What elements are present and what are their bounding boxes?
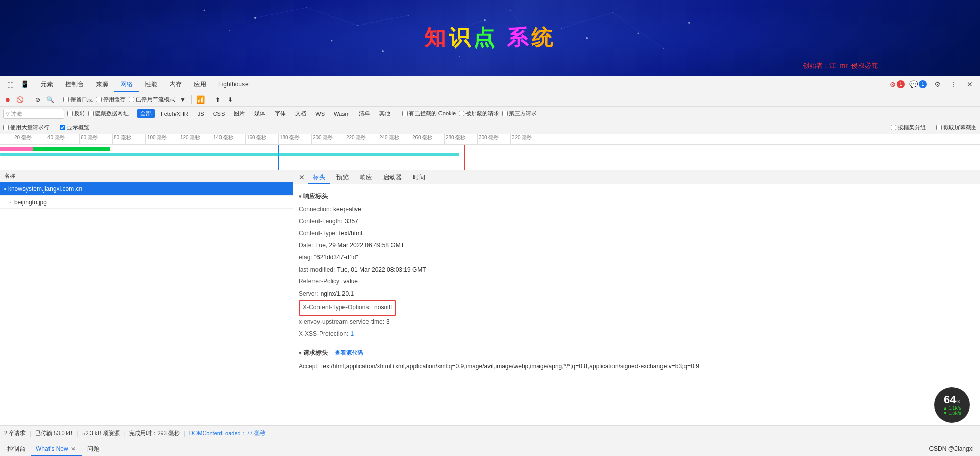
export-button[interactable]: ⬇ xyxy=(226,95,235,104)
tab-preview[interactable]: 预览 xyxy=(331,170,354,184)
header-server: Server: nginx/1.20.1 xyxy=(299,288,975,300)
tab-headers[interactable]: 标头 xyxy=(308,170,330,184)
capture-screenshots-checkbox[interactable] xyxy=(936,125,942,130)
svg-line-25 xyxy=(612,13,664,49)
svg-line-21 xyxy=(357,15,408,26)
tab-whats-new[interactable]: What's New ✕ xyxy=(31,441,82,457)
offline-group: 已停用节流模式 xyxy=(129,95,175,103)
right-tabs: ✕ 标头 预览 响应 启动器 时间 xyxy=(293,170,980,184)
error-icon: ⊗ xyxy=(890,80,896,88)
tick-280ms: 280 毫秒 xyxy=(444,134,465,144)
filter-tag-all[interactable]: 全部 xyxy=(137,109,155,118)
disable-cache-group: 停用缓存 xyxy=(96,95,126,103)
dom-content-loaded-link[interactable]: DOMContentLoaded：77 毫秒 xyxy=(189,429,265,437)
filter-tag-manifest[interactable]: 清单 xyxy=(356,109,373,118)
close-right-panel-button[interactable]: ✕ xyxy=(297,172,307,182)
group-by-frame-checkbox[interactable] xyxy=(891,125,896,130)
filter-bar: ▽ 反转 隐藏数据网址 全部 Fetch/XHR JS CSS 图片 媒体 字体… xyxy=(0,107,980,121)
tab-performance[interactable]: 性能 xyxy=(139,76,163,92)
blocked-requests-checkbox[interactable] xyxy=(459,111,464,116)
filter-tag-wasm[interactable]: Wasm xyxy=(331,110,353,118)
request-item-beijingtu[interactable]: ◦ beijingtu.jpg xyxy=(0,196,293,209)
preserve-log-checkbox[interactable] xyxy=(63,97,69,102)
filter-separator-2 xyxy=(398,110,398,118)
blocked-cookie-checkbox[interactable] xyxy=(402,111,408,116)
invert-checkbox[interactable] xyxy=(67,111,73,116)
settings-icon[interactable]: ⚙ xyxy=(931,78,943,90)
bottom-right-credit: CSDN @JiangxI xyxy=(929,445,974,452)
tick-320ms: 320 毫秒 xyxy=(510,134,532,144)
disable-cache-checkbox[interactable] xyxy=(96,97,102,102)
header-referrer-policy: Referrer-Policy: value xyxy=(299,276,975,288)
tab-lighthouse[interactable]: Lighthouse xyxy=(212,76,255,92)
big-rows-checkbox[interactable] xyxy=(3,125,9,130)
req-name-beijingtu: beijingtu.jpg xyxy=(14,199,289,206)
filter-tag-img[interactable]: 图片 xyxy=(231,109,248,118)
header-name-x-xss: X-XSS-Protection: xyxy=(299,329,348,340)
header-name-etag: etag: xyxy=(299,252,312,263)
tab-application[interactable]: 应用 xyxy=(188,76,212,92)
svg-line-20 xyxy=(306,8,357,26)
blocked-cookie-group: 有已拦截的 Cookie xyxy=(402,110,456,117)
more-icon[interactable]: ⋮ xyxy=(947,78,960,90)
filter-tag-doc[interactable]: 文档 xyxy=(292,109,309,118)
tab-timing[interactable]: 时间 xyxy=(408,170,430,184)
filter-tag-css[interactable]: CSS xyxy=(210,110,228,118)
tab-issues[interactable]: 问题 xyxy=(82,441,105,457)
tab-memory[interactable]: 内存 xyxy=(163,76,188,92)
view-source-link[interactable]: 查看源代码 xyxy=(335,348,363,358)
record-button[interactable]: ⏺ xyxy=(3,95,12,104)
speed-up: ▲ 1.1k/s xyxy=(943,405,961,411)
filter-tag-ws[interactable]: WS xyxy=(312,110,328,118)
clear-button[interactable]: 🚫 xyxy=(15,95,24,104)
header-value-content-type: text/html xyxy=(339,228,362,239)
request-item-knowsystem[interactable]: ▪ knowsystem.jiangxl.com.cn xyxy=(0,182,293,196)
show-overview-checkbox[interactable] xyxy=(60,125,65,130)
whats-new-label: What's New xyxy=(36,441,68,457)
device-icon[interactable]: 📱 xyxy=(18,78,31,90)
status-resources: 52.3 kB 项资源 xyxy=(82,429,119,437)
tab-response[interactable]: 响应 xyxy=(355,170,377,184)
third-party-checkbox[interactable] xyxy=(502,111,508,116)
tick-40ms: 40 毫秒 xyxy=(46,134,65,144)
tab-initiator[interactable]: 启动器 xyxy=(378,170,407,184)
filter-button[interactable]: ⊘ xyxy=(33,95,42,104)
filter-tag-js[interactable]: JS xyxy=(194,110,207,118)
hide-data-urls-checkbox[interactable] xyxy=(88,111,94,116)
tab-console-bottom[interactable]: 控制台 xyxy=(2,441,31,457)
wifi-icon: 📶 xyxy=(196,95,205,104)
tab-sources[interactable]: 来源 xyxy=(90,76,114,92)
group-by-frame-group: 按框架分组 xyxy=(891,124,926,131)
filter-tag-other[interactable]: 其他 xyxy=(376,109,394,118)
close-devtools-icon[interactable]: ✕ xyxy=(964,78,976,90)
header-name-x-envoy: x-envoy-upstream-service-time: xyxy=(299,317,384,328)
error-badge: 1 xyxy=(897,80,905,88)
whats-new-close-icon[interactable]: ✕ xyxy=(70,445,77,452)
request-headers-title: ▾ 请求标头 查看源代码 xyxy=(299,348,363,359)
header-name-accept: Accept: xyxy=(299,361,319,372)
timeline-blue-line xyxy=(278,145,279,170)
tick-140ms: 140 毫秒 xyxy=(212,134,233,144)
tick-300ms: 300 毫秒 xyxy=(477,134,499,144)
tab-network[interactable]: 网络 xyxy=(114,76,139,92)
inspect-icon[interactable]: ⬚ xyxy=(4,78,16,90)
tab-console[interactable]: 控制台 xyxy=(59,76,90,92)
invert-label: 反转 xyxy=(74,110,85,117)
filter-tag-fetch[interactable]: Fetch/XHR xyxy=(158,110,191,118)
filter-tag-font[interactable]: 字体 xyxy=(272,109,289,118)
header-value-etag: "621dd347-d1d" xyxy=(314,252,358,263)
status-requests: 2 个请求 xyxy=(4,429,26,437)
filter-tag-media[interactable]: 媒体 xyxy=(251,109,268,118)
bottom-tabs: 控制台 What's New ✕ 问题 CSDN @JiangxI xyxy=(0,441,980,456)
timeline-area: 20 毫秒 40 毫秒 60 毫秒 80 毫秒 100 毫秒 120 毫秒 14… xyxy=(0,134,980,170)
offline-checkbox[interactable] xyxy=(129,97,134,102)
search-button[interactable]: 🔍 xyxy=(45,95,55,104)
throttle-dropdown[interactable]: ▼ xyxy=(178,95,187,104)
tab-elements[interactable]: 元素 xyxy=(35,76,59,92)
filter-input[interactable] xyxy=(11,111,52,117)
list-header-name-label: 名称 xyxy=(4,172,289,180)
import-button[interactable]: ⬆ xyxy=(213,95,223,104)
tick-80ms: 80 毫秒 xyxy=(112,134,131,144)
header-x-content-type-options-highlight: X-Content-Type-Options: nosniff xyxy=(299,300,396,316)
message-badge: 1 xyxy=(919,80,927,88)
